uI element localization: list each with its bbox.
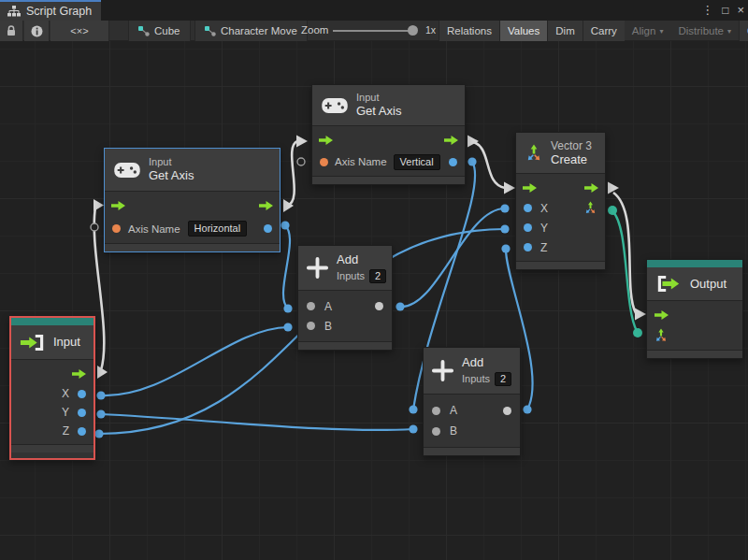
node-footer xyxy=(516,261,605,269)
node-get-axis-horizontal[interactable]: Input Get Axis Axis Name Horizontal xyxy=(104,148,280,252)
node-title: Add xyxy=(337,252,386,267)
inputs-count-field[interactable]: 2 xyxy=(495,372,511,386)
carry-toggle[interactable]: Carry xyxy=(583,21,625,41)
y-label: Y xyxy=(540,222,548,235)
x-label: X xyxy=(540,202,548,215)
maximize-icon[interactable]: □ xyxy=(722,0,728,21)
z-port[interactable] xyxy=(524,243,532,251)
add-b-port[interactable] xyxy=(432,427,440,436)
code-icon: <×> xyxy=(70,25,88,36)
wire-add1-to-vector3-x[interactable] xyxy=(400,208,505,307)
node-footer xyxy=(312,176,465,184)
axis-name-label: Axis Name xyxy=(128,223,180,235)
axis-name-field[interactable]: Horizontal xyxy=(188,221,248,237)
node-get-axis-vertical[interactable]: Input Get Axis Axis Name Vertical xyxy=(311,84,466,185)
inputs-label: Inputs xyxy=(462,373,490,385)
node-add-1[interactable]: Add Inputs 2 A B xyxy=(297,245,393,351)
wire-control-input-to-horizontal[interactable] xyxy=(94,208,105,370)
add-b-port[interactable] xyxy=(307,322,315,330)
control-in-arrow-icon[interactable] xyxy=(654,310,669,320)
node-category: Input xyxy=(356,92,401,104)
add-a-label: A xyxy=(450,404,457,417)
y-port[interactable] xyxy=(78,409,86,417)
relations-toggle[interactable]: Relations xyxy=(439,21,499,41)
node-graph-input[interactable]: Input X Y Z xyxy=(11,318,94,458)
graph-breadcrumb-icon xyxy=(138,26,150,36)
inputs-count-field[interactable]: 2 xyxy=(369,269,386,283)
node-color-bar xyxy=(11,318,94,325)
add-b-label: B xyxy=(324,320,332,333)
node-vector3-create[interactable]: Vector 3 Create X xyxy=(515,132,606,270)
wire-control-horizontal-to-vertical[interactable] xyxy=(287,141,297,206)
value-out-port[interactable] xyxy=(449,158,457,166)
code-view-button[interactable]: <×> xyxy=(50,21,109,41)
control-out-arrow-icon[interactable] xyxy=(584,183,598,193)
distribute-dropdown: Distribute▾ xyxy=(670,21,739,41)
plus-icon xyxy=(306,256,329,280)
x-port[interactable] xyxy=(524,204,532,212)
overview-button[interactable]: Overview xyxy=(739,21,748,41)
node-header: Add Inputs 2 xyxy=(424,348,520,395)
node-add-2[interactable]: Add Inputs 2 A B xyxy=(423,347,521,456)
values-toggle[interactable]: Values xyxy=(499,21,547,41)
control-in-arrow-icon[interactable] xyxy=(111,201,125,210)
lock-button[interactable] xyxy=(0,21,23,41)
control-out-arrow-icon[interactable] xyxy=(259,201,273,210)
control-out-arrow-icon[interactable] xyxy=(72,369,86,379)
node-category: Input xyxy=(149,156,194,168)
node-title: Input xyxy=(53,335,80,350)
add-a-port[interactable] xyxy=(307,302,315,310)
vector3-result-port-icon[interactable] xyxy=(583,201,597,215)
axis-name-field[interactable]: Vertical xyxy=(394,154,440,170)
zoom-slider[interactable] xyxy=(333,30,415,32)
zoom-slider-handle[interactable] xyxy=(408,25,418,36)
control-in-arrow-icon[interactable] xyxy=(319,136,333,145)
add-a-port[interactable] xyxy=(432,407,440,415)
window-controls: ⋮ □ × xyxy=(701,0,744,21)
info-button[interactable] xyxy=(24,21,50,41)
dim-toggle[interactable]: Dim xyxy=(547,21,582,41)
graph-toolbar: <×> Cube Character Move Zoom 1x Relation… xyxy=(0,21,748,41)
node-color-bar xyxy=(647,260,742,267)
axis-name-port[interactable] xyxy=(112,224,121,233)
axis-name-port[interactable] xyxy=(320,158,328,166)
add-b-label: B xyxy=(450,424,457,438)
breadcrumb-cube[interactable]: Cube xyxy=(128,21,191,41)
add-result-port[interactable] xyxy=(375,302,383,310)
tab-script-graph[interactable]: Script Graph xyxy=(0,0,101,21)
x-port[interactable] xyxy=(78,390,86,398)
tab-strip: Script Graph ⋮ □ × xyxy=(0,0,748,21)
value-out-port[interactable] xyxy=(264,224,272,233)
node-footer xyxy=(647,350,742,358)
node-title: Add xyxy=(462,355,511,370)
z-port[interactable] xyxy=(78,427,86,436)
breadcrumb-label: Character Move xyxy=(221,25,297,36)
vector3-icon xyxy=(525,144,543,163)
zoom-value: 1x xyxy=(425,24,436,36)
close-icon[interactable]: × xyxy=(737,0,744,21)
add-a-label: A xyxy=(324,300,332,313)
y-port[interactable] xyxy=(524,223,532,232)
vector3-value-port-icon[interactable] xyxy=(654,328,669,343)
toolbar-toggles: Relations Values Dim Carry Align▾ Distri… xyxy=(439,21,748,41)
wire-horizontal-to-add1-a[interactable] xyxy=(283,225,290,309)
breadcrumb-character-move[interactable]: Character Move xyxy=(194,21,308,41)
control-out-arrow-icon[interactable] xyxy=(444,136,458,145)
breadcrumb-label: Cube xyxy=(154,25,180,36)
wire-vector3-to-output-value[interactable] xyxy=(612,211,637,331)
node-header: Add Inputs 2 xyxy=(298,246,392,291)
node-title: Create xyxy=(551,152,592,167)
add-result-port[interactable] xyxy=(503,407,511,415)
menu-icon[interactable]: ⋮ xyxy=(701,0,713,21)
wire-input-x-to-add1-b[interactable] xyxy=(101,327,288,395)
wire-input-y-to-add2-b[interactable] xyxy=(101,414,413,430)
input-icon xyxy=(20,334,46,352)
graph-canvas[interactable]: Input Get Axis Axis Name Horizontal xyxy=(0,41,748,560)
node-title: Get Axis xyxy=(356,104,401,119)
node-footer xyxy=(424,447,520,455)
z-label: Z xyxy=(540,241,547,254)
wire-control-vertical-to-vector3[interactable] xyxy=(471,142,505,189)
control-in-arrow-icon[interactable] xyxy=(523,183,537,193)
chevron-down-icon: ▾ xyxy=(727,27,731,36)
node-graph-output[interactable]: Output xyxy=(646,259,743,359)
